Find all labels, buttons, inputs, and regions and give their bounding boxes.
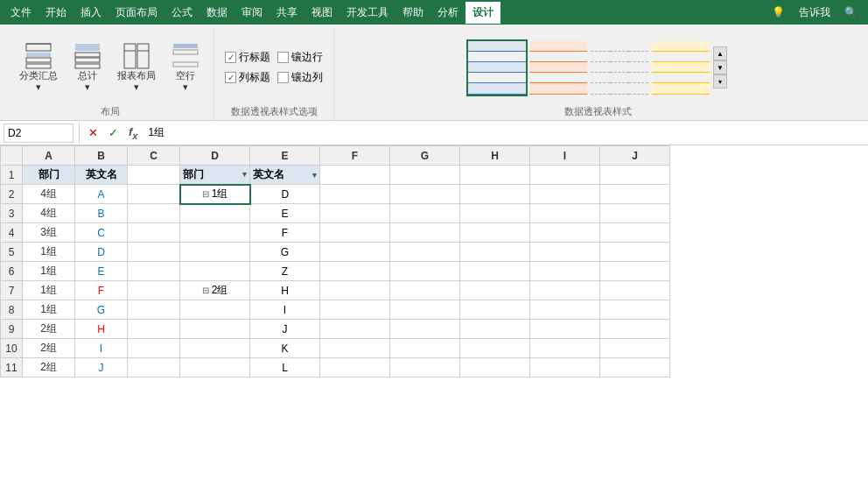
row-header-9[interactable]: 9 [1, 320, 23, 339]
cell[interactable] [128, 358, 180, 378]
cell[interactable]: 部门▾ [180, 166, 250, 185]
cell[interactable] [320, 223, 390, 243]
cell[interactable] [180, 243, 250, 262]
grand-total-button[interactable]: 总计▾ [66, 39, 108, 96]
cell[interactable]: 4组 [23, 185, 75, 204]
cell[interactable] [600, 185, 670, 204]
cell[interactable] [320, 243, 390, 262]
cell[interactable]: C [75, 223, 128, 243]
cell[interactable] [600, 223, 670, 243]
cell[interactable] [460, 339, 530, 358]
report-layout-button[interactable]: 报表布局▾ [112, 39, 161, 96]
cell[interactable] [460, 320, 530, 339]
cell[interactable] [320, 358, 390, 378]
cell[interactable]: J [75, 358, 128, 378]
cell[interactable] [390, 281, 460, 300]
subtotal-button[interactable]: 分类汇总▾ [14, 39, 63, 96]
row-header-7[interactable]: 7 [1, 281, 23, 300]
cell[interactable]: 2组 [23, 358, 75, 378]
menu-review[interactable]: 审阅 [234, 2, 270, 24]
row-header-10[interactable]: 10 [1, 339, 23, 358]
menu-design[interactable]: 设计 [466, 2, 500, 24]
row-header-4[interactable]: 4 [1, 223, 23, 243]
col-header-b[interactable]: B [75, 146, 128, 166]
row-header-1[interactable]: 1 [1, 166, 23, 185]
cell[interactable] [530, 262, 600, 281]
style-scroll-more[interactable]: ▾ [713, 74, 727, 88]
cell[interactable] [128, 185, 180, 204]
cell[interactable]: B [75, 204, 128, 223]
cell[interactable] [128, 243, 180, 262]
banded-col-checkbox[interactable]: 镶边列 [277, 70, 323, 85]
col-header-c[interactable]: C [128, 146, 180, 166]
cell[interactable] [128, 223, 180, 243]
cell[interactable] [390, 243, 460, 262]
row-header-11[interactable]: 11 [1, 358, 23, 378]
cell[interactable]: 1组 [23, 262, 75, 281]
cell[interactable] [128, 281, 180, 300]
cell[interactable]: I [75, 339, 128, 358]
menu-page-layout[interactable]: 页面布局 [108, 2, 164, 24]
cell[interactable] [180, 358, 250, 378]
cell[interactable] [180, 339, 250, 358]
cell[interactable]: H [250, 281, 320, 300]
cell[interactable] [320, 204, 390, 223]
cell[interactable] [460, 223, 530, 243]
cell[interactable] [128, 204, 180, 223]
cell[interactable] [530, 204, 600, 223]
cell[interactable] [128, 320, 180, 339]
menu-dev-tools[interactable]: 开发工具 [340, 2, 396, 24]
cell[interactable]: L [250, 358, 320, 378]
cell[interactable]: 2组 [23, 320, 75, 339]
cancel-icon[interactable]: ✕ [85, 124, 102, 141]
cell[interactable] [390, 204, 460, 223]
cell[interactable]: 部门 [23, 166, 75, 185]
cell[interactable] [530, 185, 600, 204]
cell[interactable] [390, 339, 460, 358]
cell[interactable]: K [250, 339, 320, 358]
cell[interactable] [390, 223, 460, 243]
menu-help[interactable]: 帮助 [396, 2, 430, 24]
cell[interactable]: 1组 [23, 300, 75, 320]
cell[interactable] [460, 281, 530, 300]
menu-tell-me[interactable]: 告诉我 [792, 2, 837, 24]
cell[interactable] [600, 281, 670, 300]
cell[interactable] [460, 358, 530, 378]
cell[interactable] [600, 262, 670, 281]
row-header-checkbox[interactable]: 行标题 [225, 50, 270, 65]
cell[interactable]: F [75, 281, 128, 300]
cell[interactable]: 1组 [23, 281, 75, 300]
col-header-j[interactable]: J [600, 146, 670, 166]
col-header-h[interactable]: H [460, 146, 530, 166]
cell[interactable]: ⊟1组 [180, 185, 250, 204]
cell[interactable]: E [250, 204, 320, 223]
cell[interactable]: 3组 [23, 223, 75, 243]
cell[interactable] [600, 243, 670, 262]
menu-file[interactable]: 文件 [4, 2, 38, 24]
col-header-e[interactable]: E [250, 146, 320, 166]
cell[interactable] [320, 166, 390, 185]
style-thumb-3[interactable] [589, 39, 650, 96]
cell[interactable] [600, 300, 670, 320]
style-scroll-down[interactable]: ▼ [713, 60, 727, 74]
menu-formula[interactable]: 公式 [164, 2, 200, 24]
col-header-a[interactable]: A [23, 146, 75, 166]
banded-row-checkbox[interactable]: 镶边行 [277, 50, 323, 65]
cell[interactable]: 4组 [23, 204, 75, 223]
dropdown-arrow-icon[interactable]: ▾ [312, 171, 317, 180]
cell[interactable]: 2组 [23, 339, 75, 358]
row-header-6[interactable]: 6 [1, 262, 23, 281]
menu-search-icon[interactable]: 🔍 [837, 3, 864, 22]
cell[interactable] [390, 262, 460, 281]
col-header-g[interactable]: G [390, 146, 460, 166]
cell[interactable] [460, 185, 530, 204]
cell[interactable]: I [250, 300, 320, 320]
cell[interactable]: 英文名 [75, 166, 128, 185]
style-scroll-up[interactable]: ▲ [713, 46, 727, 60]
col-header-d[interactable]: D [180, 146, 250, 166]
cell[interactable]: E [75, 262, 128, 281]
cell[interactable] [460, 300, 530, 320]
spreadsheet-container[interactable]: A B C D E F G H I J 1部门英文名部门▾英文名▾24组A⊟1组… [0, 145, 868, 499]
cell[interactable] [530, 281, 600, 300]
collapse-button[interactable]: ⊟ [202, 286, 209, 295]
